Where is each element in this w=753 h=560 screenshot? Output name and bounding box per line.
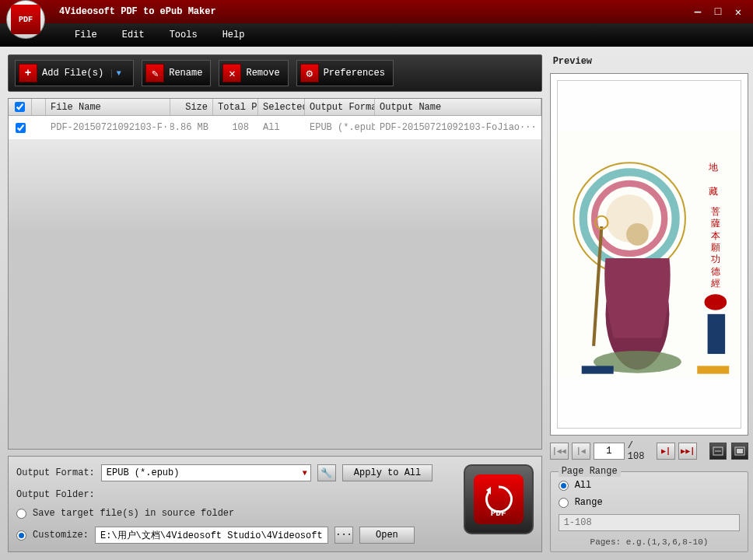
menu-tools[interactable]: Tools	[157, 25, 210, 45]
header-size[interactable]: Size	[170, 99, 213, 115]
preferences-button[interactable]: ⚙ Preferences	[296, 60, 394, 86]
fit-width-button[interactable]	[709, 443, 727, 460]
add-file-button[interactable]: + Add File(s) ▼	[15, 60, 134, 86]
customize-path-input[interactable]: E:\用户\文档\4Videosoft Studio\4Videosoft PD…	[95, 527, 328, 544]
convert-button[interactable]: PDF	[464, 464, 534, 534]
svg-rect-26	[737, 449, 743, 453]
cell-outputname: PDF-20150721092103-FoJiao···	[375, 116, 541, 139]
toolbar: + Add File(s) ▼ ✎ Rename ✕ Remove ⚙ Pref…	[8, 54, 542, 92]
page-total: / 108	[628, 440, 653, 462]
remove-button[interactable]: ✕ Remove	[219, 60, 288, 86]
page-number-input[interactable]	[594, 443, 625, 460]
menu-file[interactable]: File	[62, 25, 110, 45]
output-settings: Output Format: EPUB (*.epub) ▼ 🔧 Apply t…	[8, 456, 542, 552]
output-format-value: EPUB (*.epub)	[107, 467, 180, 478]
wrench-icon: 🔧	[320, 467, 332, 479]
output-format-combo[interactable]: EPUB (*.epub) ▼	[101, 464, 311, 481]
svg-text:薩: 薩	[710, 219, 720, 229]
range-input[interactable]	[559, 514, 741, 531]
cell-outputformat: EPUB (*.epub)	[305, 116, 375, 139]
svg-rect-22	[697, 366, 729, 373]
open-folder-button[interactable]: Open	[359, 527, 415, 544]
x-icon: ✕	[222, 64, 241, 82]
row-checkbox[interactable]	[16, 123, 26, 133]
ellipsis-icon: ···	[335, 530, 352, 541]
titlebar: PDF 4Videosoft PDF to ePub Maker — □ ✕	[0, 0, 753, 23]
cell-filename: PDF-20150721092103-F···	[46, 116, 170, 139]
svg-text:藏: 藏	[708, 187, 717, 198]
add-file-dropdown[interactable]: ▼	[111, 69, 125, 78]
format-settings-button[interactable]: 🔧	[317, 464, 336, 481]
pdf-logo-icon: PDF	[11, 5, 40, 34]
window-title: 4Videosoft PDF to ePub Maker	[59, 6, 216, 17]
maximize-button[interactable]: □	[709, 5, 727, 19]
preview-illustration: 地 藏 菩 薩 本 願 功 德 經	[558, 81, 741, 428]
next-page-button[interactable]: ▶|	[657, 443, 675, 460]
svg-text:本: 本	[710, 231, 720, 242]
fit-page-button[interactable]	[731, 443, 748, 460]
table-row[interactable]: PDF-20150721092103-F··· 8.86 MB 108 All …	[9, 116, 541, 139]
last-page-button[interactable]: ▶▶|	[678, 443, 697, 460]
svg-rect-20	[707, 314, 725, 354]
output-folder-label: Output Folder:	[16, 489, 95, 500]
range-hint: Pages: e.g.(1,3,6,8-10)	[559, 537, 741, 547]
customize-radio[interactable]	[16, 530, 26, 541]
file-list: File Name Size Total Pa Selected Output …	[8, 98, 542, 450]
plus-icon: +	[19, 64, 37, 82]
cell-totalpages: 108	[213, 116, 258, 139]
save-source-radio[interactable]	[16, 509, 26, 519]
range-custom-label: Range	[575, 497, 603, 508]
range-custom-radio[interactable]	[559, 498, 569, 508]
cell-size: 8.86 MB	[170, 116, 213, 139]
remove-label: Remove	[246, 68, 279, 79]
range-all-radio[interactable]	[559, 481, 569, 491]
rename-button[interactable]: ✎ Rename	[142, 60, 211, 86]
file-list-header: File Name Size Total Pa Selected Output …	[9, 99, 541, 116]
svg-text:菩: 菩	[710, 207, 720, 218]
menubar: File Edit Tools Help	[0, 23, 753, 47]
svg-text:經: 經	[709, 278, 720, 289]
rename-label: Rename	[169, 68, 202, 79]
svg-text:願: 願	[710, 243, 720, 254]
page-range-legend: Page Range	[559, 466, 621, 477]
minimize-button[interactable]: —	[689, 5, 706, 19]
preferences-label: Preferences	[324, 68, 385, 79]
svg-point-19	[704, 294, 727, 310]
header-outputformat[interactable]: Output Format	[305, 99, 375, 115]
add-file-label: Add File(s)	[42, 68, 103, 79]
svg-rect-21	[581, 366, 613, 373]
menu-help[interactable]: Help	[210, 25, 257, 45]
header-checkbox-cell[interactable]	[9, 99, 32, 115]
header-spacer	[32, 99, 46, 115]
output-format-label: Output Format:	[16, 467, 95, 478]
chevron-down-icon: ▼	[303, 469, 307, 478]
preview-nav: |◀◀ |◀ / 108 ▶| ▶▶|	[550, 440, 749, 462]
svg-text:地: 地	[707, 163, 717, 173]
cell-selected: All	[258, 116, 305, 139]
preview-image: 地 藏 菩 薩 本 願 功 德 經	[557, 80, 742, 429]
pencil-icon: ✎	[145, 64, 164, 82]
svg-text:德: 德	[710, 267, 720, 278]
select-all-checkbox[interactable]	[15, 102, 25, 112]
apply-to-all-button[interactable]: Apply to All	[342, 464, 433, 481]
app-logo: PDF	[6, 0, 45, 39]
convert-pdf-icon: PDF	[474, 474, 524, 524]
browse-button[interactable]: ···	[334, 527, 353, 544]
close-button[interactable]: ✕	[730, 5, 747, 19]
menu-edit[interactable]: Edit	[110, 25, 157, 45]
preview-box: 地 藏 菩 薩 本 願 功 德 經	[550, 73, 749, 436]
prev-page-button[interactable]: |◀	[572, 443, 590, 460]
header-filename[interactable]: File Name	[46, 99, 170, 115]
header-outputname[interactable]: Output Name	[375, 99, 541, 115]
save-source-label: Save target file(s) in source folder	[33, 508, 234, 519]
svg-text:功: 功	[710, 254, 720, 265]
file-list-empty-area	[9, 139, 541, 449]
preview-label: Preview	[550, 54, 749, 68]
gear-icon: ⚙	[300, 64, 319, 82]
first-page-button[interactable]: |◀◀	[550, 443, 569, 460]
header-totalpages[interactable]: Total Pa	[213, 99, 258, 115]
range-all-label: All	[575, 480, 592, 491]
page-range-box: Page Range All Range Pages: e.g.(1,3,6,8…	[550, 471, 749, 552]
svg-point-6	[626, 223, 649, 246]
header-selected[interactable]: Selected	[258, 99, 305, 115]
